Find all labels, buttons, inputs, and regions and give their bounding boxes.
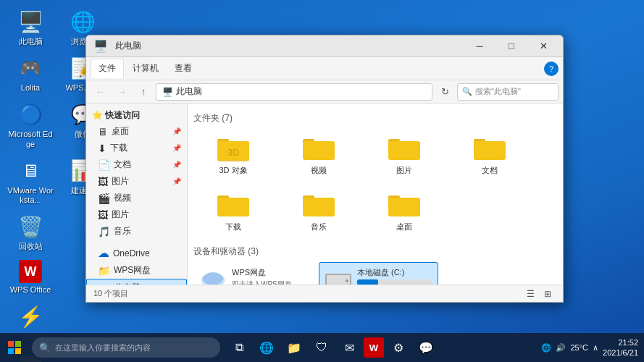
sidebar-item-pictures2[interactable]: 🖼 图片 — [86, 206, 187, 223]
desktop-icon-wpsoffice[interactable]: W WPS Office — [6, 257, 55, 298]
recycle-icon: 🗑️ — [17, 214, 43, 240]
minimize-button[interactable]: ─ — [464, 36, 495, 56]
taskbar-explorer-icon[interactable]: 📁 — [281, 333, 307, 362]
sidebar-item-pictures[interactable]: 🖼 图片 📌 — [86, 173, 187, 190]
wpsoffice-icon: W — [19, 260, 42, 283]
c-drive-icon — [325, 267, 351, 285]
sidebar-header-quick: ⭐ 快速访问 — [86, 106, 187, 123]
desktop-icon-vmware[interactable]: 🖥 VMware Worksta... — [6, 155, 55, 208]
downloads-sidebar-icon: ⬇ — [98, 143, 106, 154]
taskbar-system-tray: 🌐 🔊 25°C ∧ 21:52 2021/6/21 — [535, 337, 644, 358]
folder-downloads[interactable]: 下载 — [193, 185, 273, 236]
list-view-button[interactable]: ☰ — [522, 287, 538, 301]
folder-desktop[interactable]: 桌面 — [364, 185, 444, 236]
explorer-window: 🖥️ 此电脑 ─ □ ✕ 文件 计算机 查看 ? ← → ↑ 🖥️ 此电脑 ↻ — [85, 35, 564, 303]
toolbar: 文件 计算机 查看 ? — [86, 57, 563, 80]
main-content: ⭐ 快速访问 🖥 桌面 📌 ⬇ 下载 📌 📄 文档 📌 🖼 — [86, 104, 563, 285]
vmware-label: VMware Worksta... — [7, 186, 54, 205]
taskbar-security-icon[interactable]: 🛡 — [309, 333, 335, 362]
c-drive-bar-bg — [357, 279, 432, 285]
wpsdrive-sidebar-icon: 📁 — [98, 265, 110, 277]
tab-computer[interactable]: 计算机 — [125, 59, 166, 77]
sidebar-item-desktop[interactable]: 🖥 桌面 📌 — [86, 123, 187, 140]
taskbar-clock[interactable]: 21:52 2021/6/21 — [603, 337, 638, 358]
svg-rect-14 — [303, 198, 335, 216]
wps-drive-subtitle: 双击进入WPS网盘 — [232, 279, 306, 285]
wps-drive-name: WPS网盘 — [232, 267, 306, 278]
taskbar-search-input[interactable] — [55, 343, 200, 352]
sidebar: ⭐ 快速访问 🖥 桌面 📌 ⬇ 下载 📌 📄 文档 📌 🖼 — [86, 104, 188, 285]
folders-grid: 3D 3D 对象 视频 图片 — [193, 129, 557, 237]
pictures-sidebar-icon: 🖼 — [98, 176, 108, 188]
folder-pictures-icon — [387, 133, 422, 162]
desktop: 🖥️ 此电脑 🌐 浏览器 🎮 Lolita 📝 WPS桌面 🔵 Microsof… — [0, 0, 644, 362]
folder-videos-icon — [301, 133, 336, 162]
taskbar-app-icons: ⧉ 🌐 📁 🛡 ✉ W ⚙ 💬 — [226, 333, 439, 362]
tray-expand-icon[interactable]: ∧ — [593, 343, 598, 353]
folder-videos-label: 视频 — [311, 165, 327, 175]
desktop-icon-lolita[interactable]: 🎮 Lolita — [6, 52, 55, 96]
c-drive-bar-fill — [357, 279, 378, 285]
taskbar-time: 21:52 — [603, 337, 638, 348]
refresh-button[interactable]: ↻ — [435, 83, 454, 101]
sidebar-item-videos[interactable]: 🎬 视频 — [86, 190, 187, 206]
tab-file[interactable]: 文件 — [91, 59, 124, 78]
explorer-window-title: 此电脑 — [115, 40, 141, 52]
status-text: 10 个项目 — [93, 288, 128, 299]
drives-grid: WPS网盘 双击进入WPS网盘 — [193, 262, 557, 285]
help-button[interactable]: ? — [544, 62, 559, 76]
sidebar-item-onedrive[interactable]: ☁ OneDrive — [86, 244, 187, 262]
taskbar-wps-icon[interactable]: W — [364, 337, 384, 358]
close-button[interactable]: ✕ — [528, 36, 559, 56]
computer-icon-label: 此电脑 — [19, 37, 43, 46]
tray-network-icon[interactable]: 🌐 — [541, 343, 551, 353]
music-sidebar-icon: 🎵 — [98, 226, 110, 237]
folder-3d[interactable]: 3D 3D 对象 — [193, 129, 273, 180]
folder-music[interactable]: 音乐 — [279, 185, 359, 236]
start-button[interactable] — [0, 333, 29, 362]
up-button[interactable]: ↑ — [134, 83, 153, 101]
taskbar-settings-icon[interactable]: ⚙ — [385, 333, 411, 362]
tab-view[interactable]: 查看 — [167, 59, 199, 77]
tray-volume-icon[interactable]: 🔊 — [556, 343, 566, 353]
svg-rect-30 — [15, 341, 21, 347]
desktop-icon-recycle[interactable]: 🗑️ 回收站 — [6, 211, 55, 254]
folder-pictures-label: 图片 — [396, 165, 412, 175]
folder-videos[interactable]: 视频 — [279, 129, 359, 180]
taskbar-search[interactable]: 🔍 — [32, 337, 220, 358]
address-bar[interactable]: 🖥️ 此电脑 — [156, 83, 432, 101]
taskbar-browser-icon[interactable]: 🌐 — [254, 333, 280, 362]
taskbar-mail-icon[interactable]: ✉ — [336, 333, 362, 362]
sidebar-item-downloads[interactable]: ⬇ 下载 📌 — [86, 140, 187, 156]
desktop-icon-computer[interactable]: 🖥️ 此电脑 — [6, 6, 55, 49]
drive-wps[interactable]: WPS网盘 双击进入WPS网盘 — [193, 262, 313, 285]
sidebar-item-thispc[interactable]: 💻 此电脑 — [86, 279, 187, 285]
folder-docs-label: 文档 — [482, 165, 498, 175]
grid-view-button[interactable]: ⊞ — [540, 287, 556, 301]
taskbar-multiview-button[interactable]: ⧉ — [226, 333, 252, 362]
desktop-icon-edge[interactable]: 🔵 Microsoft Edge — [6, 98, 55, 151]
taskbar-wechat-icon[interactable]: 💬 — [413, 333, 439, 362]
svg-point-20 — [203, 272, 223, 285]
folder-pictures[interactable]: 图片 — [364, 129, 444, 180]
svg-rect-29 — [8, 341, 14, 347]
sidebar-item-docs[interactable]: 📄 文档 📌 — [86, 156, 187, 173]
svg-text:3D: 3D — [227, 147, 240, 158]
folder-docs[interactable]: 文档 — [450, 129, 530, 180]
maximize-button[interactable]: □ — [496, 36, 527, 56]
computer-icon: 🖥️ — [17, 9, 43, 35]
back-button[interactable]: ← — [91, 83, 109, 101]
forward-button[interactable]: → — [112, 83, 131, 101]
docs-sidebar-icon: 📄 — [98, 159, 110, 171]
drive-c[interactable]: 本地磁盘 (C:) 71.3 GB 可用，共 99.3 GB — [319, 262, 438, 285]
c-drive-info: 本地磁盘 (C:) 71.3 GB 可用，共 99.3 GB — [357, 267, 432, 285]
c-drive-name: 本地磁盘 (C:) — [357, 267, 432, 278]
browser-icon: 🌐 — [70, 9, 96, 35]
svg-rect-6 — [303, 141, 335, 160]
svg-rect-32 — [15, 348, 21, 354]
search-bar[interactable]: 🔍 搜索"此电脑" — [457, 83, 559, 101]
vmware-icon: 🖥 — [17, 158, 43, 184]
svg-rect-31 — [8, 348, 14, 354]
sidebar-item-wpsdrive[interactable]: 📁 WPS网盘 — [86, 262, 187, 279]
sidebar-item-music[interactable]: 🎵 音乐 — [86, 223, 187, 240]
